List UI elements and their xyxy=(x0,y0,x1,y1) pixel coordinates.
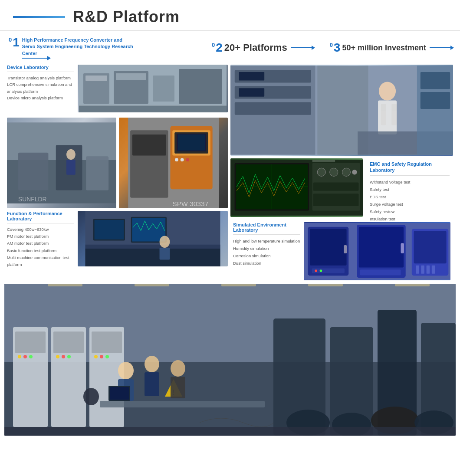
svg-rect-66 xyxy=(312,160,335,162)
svg-rect-52 xyxy=(421,72,450,89)
svg-point-23 xyxy=(175,158,178,161)
svg-rect-117 xyxy=(171,377,185,398)
emc-item-4: Surge voltage test xyxy=(370,200,450,208)
svg-rect-123 xyxy=(135,284,169,286)
device-lab-section: Device Laboratory Transistor analog anal… xyxy=(4,62,228,115)
svg-rect-27 xyxy=(132,135,166,156)
svg-point-114 xyxy=(145,356,159,372)
svg-rect-121 xyxy=(110,387,129,400)
emc-item-3: EDS test xyxy=(370,193,450,200)
section-label-1: 0 1 High Performance Frequency Converter… xyxy=(9,37,186,59)
section-label-2: 0 2 20+ Platforms xyxy=(212,42,312,53)
sim-env-item-4: Dust simulation xyxy=(233,259,300,267)
device-lab-photo xyxy=(78,65,228,112)
lab-woman-photo xyxy=(230,65,453,156)
svg-rect-126 xyxy=(395,284,430,286)
svg-rect-115 xyxy=(145,372,159,396)
two-photos-row: SUNFLDR xyxy=(4,115,228,208)
svg-rect-80 xyxy=(416,266,419,274)
sim-env-item-2: Humidity simulation xyxy=(233,245,300,252)
svg-rect-13 xyxy=(86,156,108,190)
svg-rect-37 xyxy=(160,248,170,259)
emc-item-1: Withstand voltage test xyxy=(370,178,450,186)
svg-rect-11 xyxy=(18,153,48,190)
device-lab-item-3: Device micro analysis platform xyxy=(7,95,74,101)
svg-rect-31 xyxy=(95,220,124,240)
bottom-lab-photo: ! xyxy=(4,284,456,436)
svg-point-62 xyxy=(342,168,350,176)
svg-point-108 xyxy=(100,355,103,358)
svg-rect-99 xyxy=(53,332,84,353)
function-lab-item-1: Covering 400w~630kw xyxy=(7,226,74,233)
emc-title: EMC and Safety Regulation Laboratory xyxy=(370,161,450,176)
svg-rect-124 xyxy=(221,284,256,286)
svg-point-101 xyxy=(18,355,21,358)
emc-item-2: Safety test xyxy=(370,186,450,193)
section-labels-row: 0 1 High Performance Frequency Converter… xyxy=(0,31,460,62)
section2-text: 20+ Platforms xyxy=(224,42,287,53)
emc-panel: EMC and Safety Regulation Laboratory Wit… xyxy=(366,158,453,217)
svg-point-61 xyxy=(330,168,338,176)
svg-point-102 xyxy=(23,355,27,358)
svg-rect-70 xyxy=(344,245,347,253)
function-lab-item-5: Multi-machine communication test platfor… xyxy=(7,254,74,268)
function-lab-photo xyxy=(78,211,228,266)
svg-rect-53 xyxy=(421,92,450,109)
svg-rect-76 xyxy=(401,243,404,253)
svg-point-106 xyxy=(67,355,71,358)
svg-rect-35 xyxy=(85,249,220,266)
right-column: EMC and Safety Regulation Laboratory Wit… xyxy=(228,62,456,280)
svg-rect-82 xyxy=(427,266,430,274)
svg-rect-69 xyxy=(310,229,347,266)
svg-point-63 xyxy=(352,170,357,174)
left-column: Device Laboratory Transistor analog anal… xyxy=(4,62,228,280)
svg-rect-22 xyxy=(177,135,204,151)
emc-item-5: Safety review xyxy=(370,208,450,215)
svg-rect-125 xyxy=(308,284,343,286)
oscilloscope-photo xyxy=(230,158,363,217)
svg-point-60 xyxy=(317,168,325,176)
section-label-3: 0 3 50+ million Investment xyxy=(330,42,451,53)
sim-env-section: Simulated Environment Laboratory High an… xyxy=(230,220,453,280)
svg-rect-3 xyxy=(153,76,174,102)
device-lab-item-2: LCR comprehensive simulation and analysi… xyxy=(7,81,74,94)
main-content: Device Laboratory Transistor analog anal… xyxy=(0,62,460,280)
svg-rect-34 xyxy=(85,245,220,249)
svg-rect-43 xyxy=(235,102,311,115)
svg-point-116 xyxy=(171,360,185,377)
svg-point-105 xyxy=(62,355,65,358)
svg-point-118 xyxy=(83,388,99,405)
svg-rect-6 xyxy=(116,73,146,80)
svg-rect-119 xyxy=(100,401,265,407)
device-lab-text: Device Laboratory Transistor analog anal… xyxy=(7,65,74,112)
device-lab-item-1: Transistor analog analysis platform xyxy=(7,75,74,81)
right-top-photos: EMC and Safety Regulation Laboratory Wit… xyxy=(228,62,456,280)
sim-env-text: Simulated Environment Laboratory High an… xyxy=(233,222,300,280)
svg-rect-15 xyxy=(66,160,76,175)
factory-photo-1: SUNFLDR xyxy=(7,118,116,208)
svg-rect-44 xyxy=(239,72,265,81)
svg-point-14 xyxy=(66,149,76,160)
header-accent-line xyxy=(13,16,65,18)
svg-rect-45 xyxy=(239,88,265,97)
svg-point-109 xyxy=(105,355,109,358)
emc-row: EMC and Safety Regulation Laboratory Wit… xyxy=(230,158,453,217)
section3-text: 50+ million Investment xyxy=(342,43,426,53)
svg-rect-127 xyxy=(4,427,456,436)
svg-rect-100 xyxy=(92,332,122,353)
device-lab-title: Device Laboratory xyxy=(7,65,74,72)
svg-rect-4 xyxy=(179,69,222,104)
svg-point-46 xyxy=(379,82,396,101)
svg-point-73 xyxy=(320,269,322,272)
svg-rect-81 xyxy=(421,266,424,274)
svg-point-36 xyxy=(160,236,170,248)
svg-point-103 xyxy=(29,355,33,358)
svg-rect-83 xyxy=(432,266,435,274)
svg-rect-5 xyxy=(85,76,107,81)
svg-point-112 xyxy=(118,362,134,379)
svg-rect-122 xyxy=(48,284,82,286)
sim-env-item-1: High and low temperature simulation xyxy=(233,237,300,245)
sim-env-item-3: Corrosion simulation xyxy=(233,252,300,259)
function-lab-item-3: AM motor test platform xyxy=(7,240,74,247)
page-title: R&D Platform xyxy=(73,8,180,26)
